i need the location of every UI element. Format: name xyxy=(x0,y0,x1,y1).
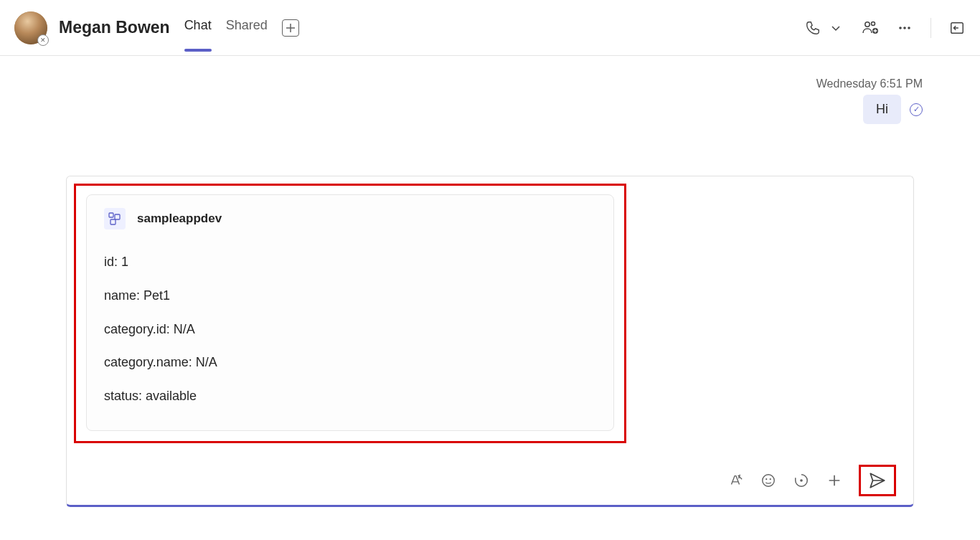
svg-point-11 xyxy=(765,478,767,480)
card-field: category.name: N/A xyxy=(104,346,596,379)
plus-icon xyxy=(286,23,296,33)
card-field: id: 1 xyxy=(104,245,596,279)
emoji-button[interactable] xyxy=(760,472,777,489)
svg-point-12 xyxy=(770,478,771,480)
phone-icon[interactable] xyxy=(804,19,821,37)
message-timestamp: Wednesday 6:51 PM xyxy=(816,77,923,90)
annotation-highlight: sampleappdev id: 1 name: Pet1 category.i… xyxy=(74,184,626,443)
add-people-button[interactable] xyxy=(862,19,879,37)
svg-point-1 xyxy=(872,22,875,25)
emoji-icon xyxy=(760,473,776,488)
actions-button[interactable] xyxy=(826,472,843,489)
message-group: Wednesday 6:51 PM Hi xyxy=(57,77,923,124)
card-field: category.id: N/A xyxy=(104,313,596,346)
presence-offline-icon xyxy=(37,34,49,46)
plus-icon xyxy=(826,473,842,488)
card-body: id: 1 name: Pet1 category.id: N/A catego… xyxy=(104,245,596,413)
card-field: name: Pet1 xyxy=(104,279,596,313)
svg-point-3 xyxy=(899,27,902,29)
format-button[interactable] xyxy=(727,472,744,489)
svg-rect-9 xyxy=(110,219,116,224)
title-section: Megan Bowen Chat Shared xyxy=(59,18,804,37)
read-receipt-icon xyxy=(910,103,923,116)
call-group[interactable] xyxy=(804,19,844,37)
svg-point-5 xyxy=(908,27,910,29)
more-options-button[interactable] xyxy=(896,19,913,37)
open-panel-button[interactable] xyxy=(948,19,966,37)
svg-rect-8 xyxy=(115,214,120,219)
contact-name: Megan Bowen xyxy=(59,18,170,37)
svg-point-10 xyxy=(763,475,775,487)
message-row: Hi xyxy=(863,95,923,124)
divider xyxy=(930,18,931,38)
loop-icon xyxy=(793,473,809,488)
add-tab-button[interactable] xyxy=(282,19,299,37)
chat-header: Megan Bowen Chat Shared xyxy=(0,0,980,56)
svg-point-0 xyxy=(865,22,870,26)
svg-rect-7 xyxy=(109,213,113,217)
compose-container: sampleappdev id: 1 name: Pet1 category.i… xyxy=(66,176,914,507)
avatar-wrapper xyxy=(14,11,47,44)
card-header: sampleappdev xyxy=(104,208,596,229)
tab-shared[interactable]: Shared xyxy=(226,18,268,37)
message-bubble[interactable]: Hi xyxy=(863,95,901,124)
card-app-name: sampleappdev xyxy=(137,212,222,226)
header-actions xyxy=(804,18,966,38)
chevron-down-icon[interactable] xyxy=(827,19,844,37)
loop-button[interactable] xyxy=(793,472,810,489)
adaptive-card[interactable]: sampleappdev id: 1 name: Pet1 category.i… xyxy=(86,194,614,431)
svg-point-13 xyxy=(800,479,803,482)
card-app-icon xyxy=(104,208,126,229)
people-add-icon xyxy=(862,19,879,37)
send-icon xyxy=(868,471,887,490)
compose-toolbar xyxy=(67,456,913,505)
format-icon xyxy=(727,473,743,488)
chat-area: Wednesday 6:51 PM Hi xyxy=(0,56,980,124)
svg-point-4 xyxy=(903,27,906,29)
more-icon xyxy=(897,21,912,35)
send-button[interactable] xyxy=(859,465,896,496)
card-field: status: available xyxy=(104,379,596,413)
panel-open-icon xyxy=(949,20,965,36)
tab-chat[interactable]: Chat xyxy=(184,18,212,37)
